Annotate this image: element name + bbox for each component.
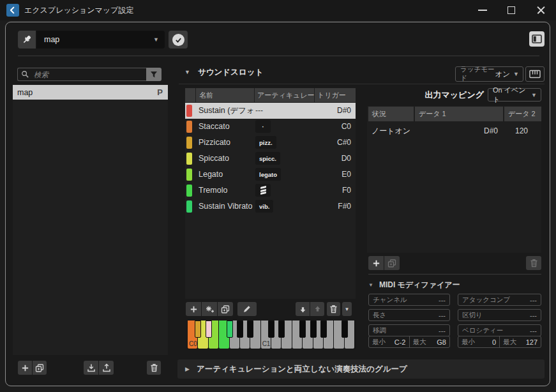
- slot-name: Sustain (デフォル: [199, 103, 254, 119]
- delete-map-button[interactable]: [147, 361, 161, 375]
- sound-slot-row[interactable]: TremoloF0: [185, 183, 356, 199]
- delete-output-event-button[interactable]: [526, 256, 541, 270]
- sound-slot-row[interactable]: LegatolegatoE0: [185, 167, 356, 183]
- midi-modifier-field[interactable]: ベロシティー---: [458, 324, 541, 336]
- arrow-up-icon: [313, 305, 322, 313]
- chevron-down-icon: ▼: [531, 92, 537, 98]
- search-input[interactable]: [33, 70, 147, 79]
- sound-slots-title: サウンドスロット: [198, 67, 263, 78]
- piano-key-black-A#0[interactable]: [247, 320, 253, 338]
- slot-name: Spiccato: [199, 151, 254, 167]
- sound-slot-row[interactable]: Spiccatospicc.D0: [185, 151, 356, 167]
- add-map-button[interactable]: [18, 361, 32, 375]
- midi-modifier-field[interactable]: 区切り---: [458, 309, 541, 321]
- minimize-button[interactable]: [470, 1, 495, 20]
- filter-button[interactable]: [146, 68, 162, 81]
- map-list-item[interactable]: map P: [13, 85, 168, 100]
- apply-button[interactable]: [169, 31, 188, 49]
- slot-options-button[interactable]: ▼: [342, 302, 352, 316]
- duplicate-map-button[interactable]: [33, 361, 47, 375]
- key-label: C1: [262, 340, 271, 347]
- close-button[interactable]: [529, 1, 553, 20]
- add-output-event-button[interactable]: [368, 256, 384, 270]
- column-header-articulation[interactable]: アーティキュレーシ: [255, 88, 314, 102]
- slot-trigger: F0: [342, 183, 351, 199]
- output-mapping-row[interactable]: ノートオンD#0120: [368, 123, 541, 139]
- slot-color-chip[interactable]: [186, 200, 192, 213]
- event-mode-select[interactable]: On イベント ▼: [488, 88, 541, 102]
- piano-key-black-F#1[interactable]: [299, 320, 306, 338]
- remote-keys-button[interactable]: [525, 66, 545, 82]
- min-field[interactable]: 最小C-2: [369, 336, 410, 347]
- latch-mode-select[interactable]: ラッチモード オン ▼: [455, 66, 523, 82]
- sound-slots-header[interactable]: ▼ サウンドスロット: [184, 64, 263, 80]
- piano-key-black-F#0[interactable]: [227, 320, 233, 338]
- midi-modifier-field[interactable]: チャンネル---: [368, 294, 450, 306]
- piano-key-black-D#1[interactable]: [278, 320, 285, 338]
- column-header-data1[interactable]: データ 1: [415, 107, 503, 121]
- sound-slot-row[interactable]: Sustain (デフォル---D#0: [185, 103, 356, 119]
- app-icon: [6, 4, 19, 17]
- piano-key-black-C#2[interactable]: [342, 320, 348, 338]
- sound-slot-row[interactable]: Sustain Vibratovib.F#0: [185, 199, 356, 215]
- midi-modifier-minmax[interactable]: 最小0最大127: [458, 336, 541, 348]
- import-map-button[interactable]: [84, 361, 98, 375]
- max-field[interactable]: 最大127: [500, 336, 541, 347]
- midi-modifier-field[interactable]: アタックコンプ---: [458, 294, 541, 306]
- max-field[interactable]: 最大G8: [410, 336, 450, 347]
- edit-slot-button[interactable]: [237, 302, 257, 316]
- midi-modifier-minmax[interactable]: 最小C-2最大G8: [368, 336, 450, 348]
- midi-modifier-cell: アタックコンプ---: [458, 294, 541, 306]
- articulation-symbol: pizz.: [255, 136, 276, 149]
- duplicate-output-event-button[interactable]: [384, 256, 400, 270]
- piano-key-black-G#0[interactable]: [237, 320, 243, 338]
- piano-key-black-G#1[interactable]: [310, 320, 317, 338]
- export-icon: [102, 363, 111, 372]
- trash-icon: [530, 259, 538, 268]
- slot-color-chip[interactable]: [186, 121, 192, 133]
- title-bar: エクスプレッションマップ設定: [0, 0, 556, 20]
- column-header-color[interactable]: [185, 88, 195, 102]
- max-value: G8: [437, 338, 446, 346]
- slot-color-chip[interactable]: [186, 185, 192, 197]
- piano-key-black-D#0[interactable]: [206, 320, 212, 338]
- min-field[interactable]: 最小0: [458, 336, 500, 347]
- piano-key-black-C#0[interactable]: [195, 320, 201, 338]
- slot-color-chip[interactable]: [186, 169, 192, 181]
- min-label: 最小: [462, 338, 475, 347]
- plus-icon: [21, 364, 29, 372]
- midi-modifier-header[interactable]: ▼ MIDI モディファイアー: [368, 277, 460, 292]
- column-header-name[interactable]: 名前: [196, 88, 254, 102]
- column-header-status[interactable]: 状況: [368, 107, 414, 121]
- sound-slot-row[interactable]: Pizzicatopizz.C#0: [185, 135, 356, 151]
- min-value: 0: [492, 338, 496, 346]
- map-select[interactable]: map ▼: [36, 31, 165, 49]
- slot-color-chip[interactable]: [186, 105, 192, 117]
- latch-mode-value: オン: [495, 70, 511, 79]
- sound-slot-row[interactable]: Staccato·C0: [185, 119, 356, 135]
- delete-slot-button[interactable]: [327, 302, 340, 316]
- midi-modifier-divider: [368, 274, 541, 275]
- left-panel-toggle-button[interactable]: [529, 31, 545, 47]
- column-header-data2[interactable]: データ 2: [504, 107, 541, 121]
- check-icon: [172, 34, 184, 46]
- midi-modifier-field[interactable]: 移調---: [368, 324, 450, 336]
- move-slot-down-button[interactable]: [296, 302, 310, 316]
- midi-modifier-field[interactable]: 長さ---: [368, 309, 450, 321]
- articulation-groups-section[interactable]: ▶ アーティキュレーションと両立しない演奏技法のグループ: [177, 359, 545, 379]
- slot-color-chip[interactable]: [186, 137, 192, 149]
- maximize-button[interactable]: [499, 1, 523, 20]
- piano-key-black-C#1[interactable]: [268, 320, 274, 338]
- add-multiple-slots-button[interactable]: [202, 302, 217, 316]
- piano-key-black-A#1[interactable]: [320, 320, 327, 338]
- column-header-trigger[interactable]: トリガー: [315, 88, 356, 102]
- max-label: 最大: [503, 338, 516, 347]
- move-slot-up-button[interactable]: [310, 302, 324, 316]
- map-list: map P: [13, 85, 168, 355]
- pin-button[interactable]: [18, 31, 36, 49]
- slot-name: Legato: [199, 167, 254, 183]
- slot-color-chip[interactable]: [186, 153, 192, 165]
- add-slot-button[interactable]: [186, 302, 201, 316]
- export-map-button[interactable]: [99, 361, 114, 375]
- duplicate-slot-button[interactable]: [218, 302, 233, 316]
